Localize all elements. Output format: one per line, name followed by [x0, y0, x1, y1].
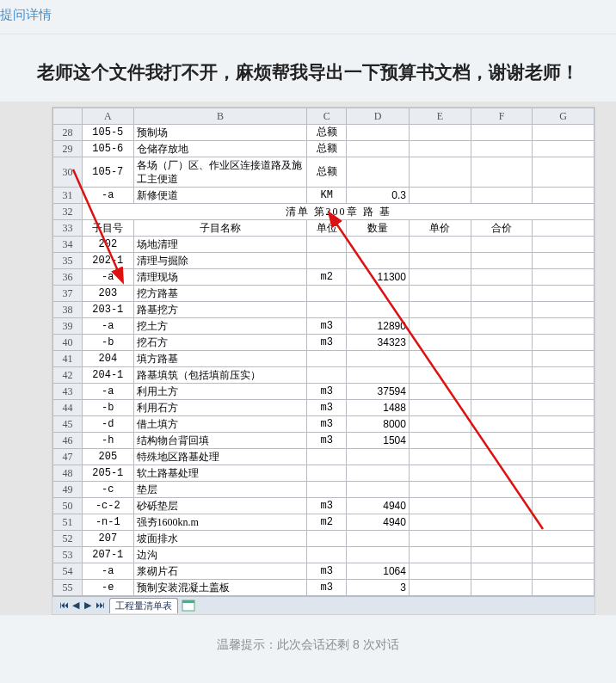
cell[interactable]: m3: [307, 384, 347, 400]
cell[interactable]: [346, 367, 409, 384]
cell[interactable]: [471, 188, 533, 204]
cell[interactable]: 203: [83, 286, 134, 302]
row-header[interactable]: 32: [53, 204, 83, 220]
cell[interactable]: m2: [307, 269, 347, 286]
row-header[interactable]: 40: [53, 335, 83, 351]
row-header[interactable]: 44: [53, 400, 83, 416]
cell[interactable]: 清理现场: [133, 269, 307, 286]
cell[interactable]: 8000: [346, 416, 409, 433]
cell[interactable]: [346, 465, 409, 482]
cell[interactable]: 34323: [346, 335, 409, 351]
cell[interactable]: -n-1: [83, 514, 134, 531]
cell[interactable]: m3: [307, 400, 347, 416]
cell[interactable]: [533, 141, 594, 157]
cell[interactable]: [409, 367, 471, 384]
cell[interactable]: [471, 514, 533, 531]
cell[interactable]: [533, 482, 594, 498]
cell[interactable]: 总额: [307, 157, 347, 188]
row-header[interactable]: 52: [53, 531, 83, 547]
cell[interactable]: m3: [307, 416, 347, 433]
cell[interactable]: -a: [83, 188, 134, 204]
cell[interactable]: [533, 449, 594, 465]
cell[interactable]: m3: [307, 563, 347, 580]
row-header[interactable]: 37: [53, 286, 83, 302]
cell[interactable]: 浆砌片石: [133, 563, 307, 580]
cell[interactable]: -a: [83, 269, 134, 286]
cell[interactable]: 场地清理: [133, 237, 307, 253]
cell[interactable]: 仓储存放地: [133, 141, 307, 157]
cell[interactable]: [533, 514, 594, 531]
cell[interactable]: KM: [307, 188, 347, 204]
cell[interactable]: [409, 125, 471, 141]
cell[interactable]: 利用石方: [133, 400, 307, 416]
cell[interactable]: [409, 286, 471, 302]
cell[interactable]: [533, 416, 594, 433]
row-header[interactable]: 45: [53, 416, 83, 433]
cell[interactable]: [471, 433, 533, 449]
row-header[interactable]: 28: [53, 125, 83, 141]
cell[interactable]: [533, 318, 594, 335]
cell[interactable]: [533, 335, 594, 351]
row-header[interactable]: 35: [53, 253, 83, 269]
col-header[interactable]: F: [471, 108, 533, 125]
cell[interactable]: 路基挖方: [133, 302, 307, 318]
cell[interactable]: [533, 547, 594, 563]
cell[interactable]: 204-1: [83, 367, 134, 384]
cell[interactable]: 205-1: [83, 465, 134, 482]
cell[interactable]: [346, 351, 409, 367]
cell[interactable]: [409, 482, 471, 498]
cell[interactable]: 挖方路基: [133, 286, 307, 302]
row-header[interactable]: 41: [53, 351, 83, 367]
col-header[interactable]: D: [346, 108, 409, 125]
cell[interactable]: 砂砾垫层: [133, 498, 307, 514]
cell[interactable]: 挖石方: [133, 335, 307, 351]
cell[interactable]: [346, 157, 409, 188]
cell[interactable]: 填方路基: [133, 351, 307, 367]
cell[interactable]: [471, 125, 533, 141]
nav-last-icon[interactable]: ⏭: [94, 600, 106, 612]
nav-next-icon[interactable]: ▶: [82, 600, 94, 612]
cell[interactable]: [346, 141, 409, 157]
cell[interactable]: [533, 286, 594, 302]
cell[interactable]: [409, 498, 471, 514]
col-header[interactable]: G: [533, 108, 594, 125]
cell[interactable]: [409, 335, 471, 351]
nav-first-icon[interactable]: ⏮: [58, 600, 70, 612]
cell[interactable]: [533, 188, 594, 204]
cell[interactable]: [471, 400, 533, 416]
cell[interactable]: -a: [83, 318, 134, 335]
cell[interactable]: [471, 237, 533, 253]
cell[interactable]: [346, 286, 409, 302]
cell[interactable]: m2: [307, 514, 347, 531]
cell[interactable]: [471, 580, 533, 596]
cell[interactable]: [533, 531, 594, 547]
cell[interactable]: [409, 580, 471, 596]
cell[interactable]: [471, 351, 533, 367]
row-header[interactable]: 49: [53, 482, 83, 498]
cell[interactable]: 37594: [346, 384, 409, 400]
cell[interactable]: [533, 400, 594, 416]
cell[interactable]: [471, 253, 533, 269]
row-header[interactable]: 51: [53, 514, 83, 531]
cell[interactable]: [307, 531, 347, 547]
cell[interactable]: [533, 384, 594, 400]
cell[interactable]: [471, 286, 533, 302]
cell[interactable]: [409, 514, 471, 531]
cell[interactable]: [533, 157, 594, 188]
cell[interactable]: [346, 237, 409, 253]
cell[interactable]: [471, 318, 533, 335]
cell[interactable]: [409, 531, 471, 547]
cell[interactable]: [471, 384, 533, 400]
cell[interactable]: [533, 302, 594, 318]
cell[interactable]: [409, 269, 471, 286]
cell[interactable]: [346, 547, 409, 563]
cell[interactable]: 1504: [346, 433, 409, 449]
cell[interactable]: -c-2: [83, 498, 134, 514]
cell[interactable]: [307, 286, 347, 302]
cell[interactable]: 借土填方: [133, 416, 307, 433]
cell[interactable]: 0.3: [346, 188, 409, 204]
cell[interactable]: [471, 157, 533, 188]
cell[interactable]: 207-1: [83, 547, 134, 563]
cell[interactable]: m3: [307, 498, 347, 514]
col-header[interactable]: B: [133, 108, 307, 125]
